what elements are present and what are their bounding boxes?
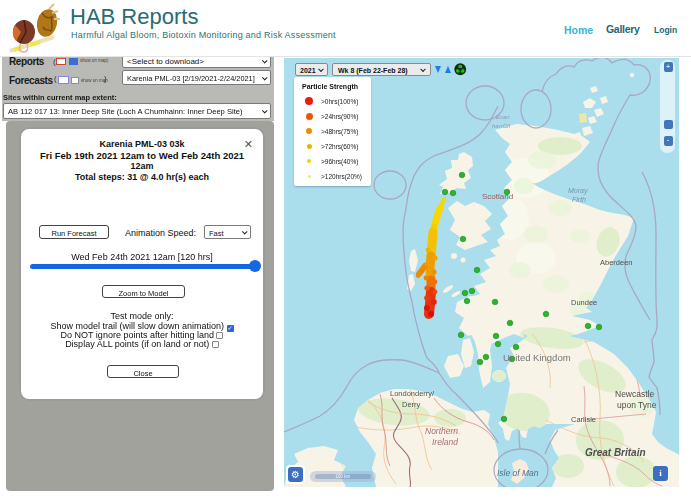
svg-text:United Kingdom: United Kingdom: [503, 352, 571, 363]
svg-text:Great Britain: Great Britain: [585, 447, 646, 458]
svg-text:Ireland: Ireland: [432, 437, 458, 447]
svg-text:Northern: Northern: [425, 426, 458, 436]
svg-text:Newcastle: Newcastle: [615, 389, 654, 399]
svg-text:Aberdeen: Aberdeen: [600, 258, 633, 267]
svg-text:Isle of Man: Isle of Man: [497, 468, 539, 478]
svg-text:Derry: Derry: [402, 400, 421, 409]
svg-text:Carlisle: Carlisle: [571, 415, 596, 424]
svg-text:Londonderry/: Londonderry/: [390, 389, 435, 398]
svg-text:Dundee: Dundee: [571, 298, 597, 307]
svg-text:Evan: Evan: [496, 114, 510, 120]
svg-text:Moray: Moray: [568, 187, 588, 195]
svg-text:harrOil: harrOil: [492, 123, 511, 129]
svg-text:Scotland: Scotland: [482, 192, 513, 201]
svg-text:Firth: Firth: [572, 196, 586, 203]
svg-text:upon Tyne: upon Tyne: [617, 400, 657, 410]
